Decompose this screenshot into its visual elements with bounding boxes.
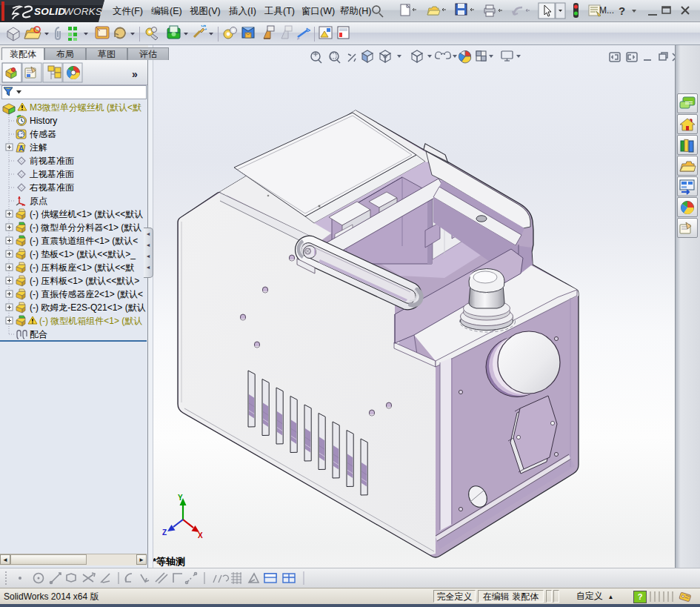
svg-text:Z: Z (162, 528, 167, 537)
svg-text:原点: 原点 (30, 196, 47, 206)
svg-text:(-) 微型单分分料器<1> (默认: (-) 微型单分分料器<1> (默认 (30, 222, 141, 233)
svg-text:(-) 直振传感器座2<1> (默认<: (-) 直振传感器座2<1> (默认< (30, 289, 143, 299)
svg-text:*等轴测: *等轴测 (153, 556, 185, 567)
svg-text:(-) 欧姆龙-E2S-Q21<1> (默认: (-) 欧姆龙-E2S-Q21<1> (默认 (30, 302, 146, 313)
svg-text:X: X (198, 531, 203, 540)
svg-text:前视基准面: 前视基准面 (30, 156, 74, 166)
svg-text:SOLID: SOLID (34, 6, 65, 17)
svg-text:(-) 压料板<1> (默认<<默认>: (-) 压料板<1> (默认<<默认> (30, 276, 139, 286)
svg-text:右视基准面: 右视基准面 (29, 182, 74, 193)
svg-text:(-) 压料板座<1> (默认<<默: (-) 压料板座<1> (默认<<默 (30, 262, 134, 273)
svg-text:»: » (132, 68, 138, 80)
svg-text:配合: 配合 (30, 329, 47, 339)
svg-text:(-) 供螺丝机<1> (默认<<默认: (-) 供螺丝机<1> (默认<<默认 (30, 209, 143, 219)
svg-text:M...: M... (599, 5, 614, 16)
svg-text:上视基准面: 上视基准面 (30, 169, 74, 179)
svg-text:History: History (30, 116, 57, 126)
svg-text:M3微型单分螺丝机 (默认<默: M3微型单分螺丝机 (默认<默 (30, 102, 141, 113)
svg-text:(-) 垫板<1> (默认<<默认>_: (-) 垫板<1> (默认<<默认>_ (30, 249, 136, 259)
svg-text:(-) 微型机箱组件<1> (默认: (-) 微型机箱组件<1> (默认 (39, 316, 142, 326)
svg-text:传感器: 传感器 (30, 129, 56, 139)
svg-text:?: ? (619, 4, 625, 17)
svg-text:A: A (19, 145, 24, 153)
svg-text:Y: Y (178, 494, 183, 502)
svg-text:(-) 直震轨道组件<1> (默认<: (-) 直震轨道组件<1> (默认< (30, 236, 138, 246)
svg-text:WORKS: WORKS (64, 6, 102, 17)
svg-text:注解: 注解 (30, 142, 47, 153)
